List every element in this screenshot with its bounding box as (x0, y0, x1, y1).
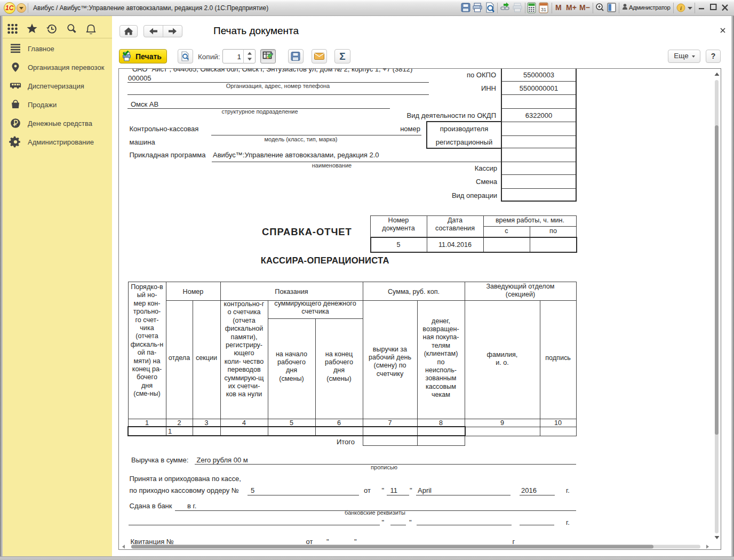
svg-text:M+: M+ (566, 3, 577, 12)
svg-text:M−: M− (579, 3, 590, 12)
svg-text:M: M (555, 3, 562, 12)
svg-text:Администратор: Администратор (629, 4, 671, 11)
svg-text:31: 31 (541, 7, 546, 12)
